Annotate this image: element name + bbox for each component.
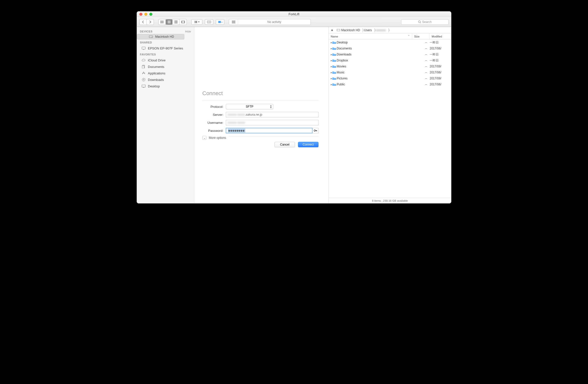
file-row[interactable]: ▸Desktop--一昨日: [329, 39, 451, 45]
left-pane: Connect Protocol: SFTP ▴▾ Server: xxxxxx…: [194, 27, 329, 203]
svg-rect-24: [232, 22, 235, 22]
protocol-label: Protocol:: [202, 105, 226, 109]
disclosure-triangle-icon[interactable]: ▸: [329, 47, 332, 50]
file-size: --: [412, 77, 430, 80]
file-modified: 一昨日: [430, 52, 451, 57]
file-size: --: [412, 65, 430, 68]
sidebar-item-documents[interactable]: Documents: [137, 63, 194, 70]
icon-view-button[interactable]: [159, 19, 166, 25]
file-name: Documents: [337, 47, 412, 50]
svg-rect-12: [184, 21, 185, 23]
folder-icon: [332, 41, 337, 44]
breadcrumb-current[interactable]: xxxxxx: [374, 27, 388, 33]
sidebar-item-downloads[interactable]: Downloads: [137, 76, 194, 83]
password-label: Password:: [202, 129, 226, 133]
file-modified: 2017/06/: [430, 83, 451, 86]
sidebar-item-applications[interactable]: Applications: [137, 70, 194, 76]
split-view-button[interactable]: [205, 19, 213, 25]
nav-buttons: [139, 19, 154, 25]
svg-rect-36: [143, 87, 144, 88]
search-placeholder: Search: [422, 20, 432, 24]
forward-button[interactable]: [147, 19, 154, 25]
connect-button[interactable]: Connect: [298, 142, 318, 147]
svg-rect-13: [195, 21, 195, 21]
protocol-select[interactable]: SFTP ▴▾: [226, 104, 273, 109]
col-modified[interactable]: Modified: [430, 33, 451, 39]
list-view-button[interactable]: [166, 19, 173, 25]
activity-text: No activity: [238, 20, 310, 24]
folder-icon: [332, 59, 337, 62]
svg-rect-5: [168, 22, 171, 22]
disclosure-triangle-icon[interactable]: ▸: [329, 77, 332, 80]
col-name[interactable]: Name⌃: [329, 33, 412, 39]
titlebar[interactable]: ForkLift: [137, 11, 451, 17]
file-row[interactable]: ▸Pictures--2017/09/: [329, 75, 451, 81]
disclosure-triangle-icon[interactable]: ▸: [329, 41, 332, 44]
file-row[interactable]: ▸Movies--2017/09/: [329, 63, 451, 69]
sidebar-item-macintosh-hd[interactable]: Macintosh HD: [137, 34, 184, 39]
keychain-button[interactable]: [312, 128, 318, 133]
file-name: Movies: [337, 65, 412, 68]
cancel-button[interactable]: Cancel: [275, 142, 295, 147]
password-input[interactable]: ●●●●●●●●: [226, 128, 312, 133]
favorite-star-button[interactable]: ★: [329, 28, 335, 32]
chevron-down-icon: ⌄: [202, 136, 206, 140]
view-mode-segment: [158, 19, 187, 25]
svg-rect-28: [149, 36, 153, 38]
more-options-toggle[interactable]: ⌄ More options: [202, 136, 318, 140]
file-name: Public: [337, 83, 412, 86]
key-icon: [314, 129, 317, 132]
file-row[interactable]: ▸Documents--2017/06/: [329, 45, 451, 51]
disclosure-triangle-icon[interactable]: ▸: [329, 53, 332, 56]
svg-point-26: [418, 21, 420, 23]
sidebar-hide-button[interactable]: Hide: [185, 30, 191, 33]
svg-rect-40: [337, 29, 340, 31]
svg-text:+: +: [221, 21, 222, 23]
file-row[interactable]: ▸Public--2017/06/: [329, 81, 451, 87]
app-window: ForkLift: [137, 11, 451, 203]
svg-rect-15: [195, 22, 195, 23]
hdd-icon: [149, 35, 153, 39]
folder-icon: [332, 83, 337, 86]
desktop-icon: [141, 84, 146, 88]
column-view-button[interactable]: [173, 19, 180, 25]
folder-icon: [332, 47, 337, 50]
svg-point-29: [152, 37, 152, 37]
svg-rect-3: [162, 22, 163, 23]
search-input[interactable]: Search: [401, 19, 449, 25]
sidebar-item-desktop[interactable]: Desktop: [137, 83, 194, 89]
breadcrumb-macintosh-hd[interactable]: Macintosh HD: [335, 27, 362, 33]
sidebar-item-icloud[interactable]: iCloud Drive: [137, 57, 194, 63]
svg-rect-17: [196, 22, 197, 22]
action-menu-button[interactable]: [191, 19, 202, 25]
new-connection-button[interactable]: +: [216, 19, 224, 25]
username-input[interactable]: xxxxxx-xxxxx: [226, 120, 318, 125]
file-row[interactable]: ▸Dropbox--一昨日: [329, 57, 451, 63]
col-size[interactable]: Size: [412, 33, 430, 39]
file-name: Pictures: [337, 77, 412, 80]
server-input[interactable]: xxxxxx-xxxxx.sakura.ne.jp: [226, 112, 318, 117]
file-name: Dropbox: [337, 59, 412, 62]
breadcrumb-users[interactable]: Users: [362, 27, 374, 33]
coverflow-view-button[interactable]: [180, 19, 187, 25]
file-row[interactable]: ▸Music--2017/06/: [329, 69, 451, 75]
right-pane: ★ Macintosh HD Users xxxxxx Name⌃ Size M…: [329, 27, 451, 203]
sidebar-section-shared: SHARED: [137, 39, 194, 45]
activity-menu-icon[interactable]: [229, 19, 238, 25]
disclosure-triangle-icon[interactable]: ▸: [329, 71, 332, 74]
disclosure-triangle-icon[interactable]: ▸: [329, 59, 332, 62]
svg-rect-21: [218, 21, 221, 23]
apps-icon: [141, 71, 146, 75]
disclosure-triangle-icon[interactable]: ▸: [329, 65, 332, 68]
toolbar: + No activity Search: [137, 17, 451, 27]
file-size: --: [412, 83, 430, 86]
folder-icon: [332, 53, 337, 56]
back-button[interactable]: [140, 19, 147, 25]
download-icon: [141, 78, 146, 82]
sidebar-item-epson[interactable]: EPSON EP-907F Series: [137, 45, 194, 51]
disclosure-triangle-icon[interactable]: ▸: [329, 83, 332, 86]
sidebar-section-favorites: FAVORITES: [137, 51, 194, 57]
sidebar: DEVICES Hide Macintosh HD SHARED EPSON E…: [137, 27, 194, 203]
svg-rect-0: [161, 21, 162, 22]
file-row[interactable]: ▸Downloads--一昨日: [329, 51, 451, 57]
